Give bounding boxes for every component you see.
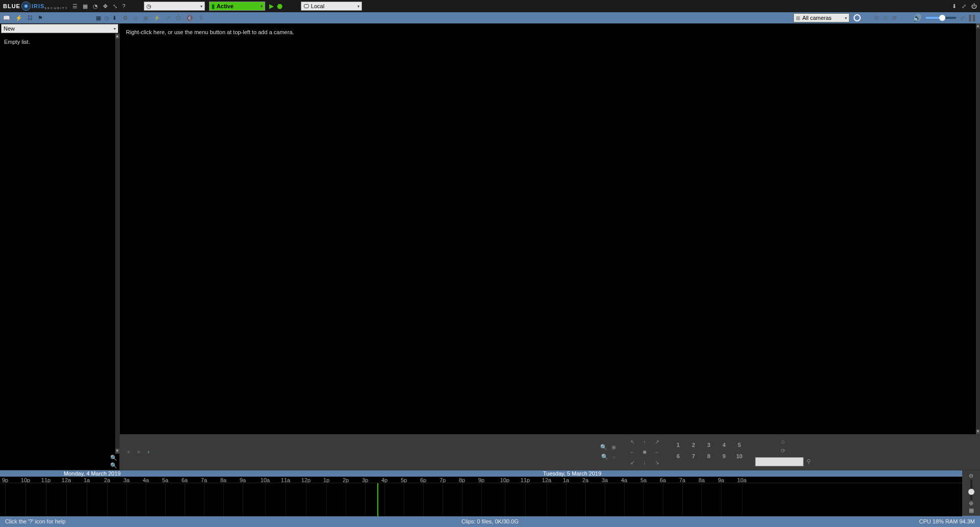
timeline-gridline xyxy=(87,483,87,516)
timeline-cursor[interactable] xyxy=(377,483,378,516)
shield-icon[interactable]: ⬣ xyxy=(277,3,282,10)
expand-icon[interactable]: ⤢ xyxy=(960,15,965,21)
ptz-preset-5[interactable]: 5 xyxy=(734,442,745,451)
zoom-in-icon[interactable]: 🔍 xyxy=(600,444,607,451)
mute-icon[interactable]: 🔇 xyxy=(186,15,193,21)
zoom-out-icon[interactable]: 🔍 xyxy=(601,454,608,460)
zoom-in-icon[interactable]: 🔍 xyxy=(110,455,117,461)
gear2-icon[interactable]: ⚙ xyxy=(874,15,879,21)
ptz-preset-6[interactable]: 6 xyxy=(673,453,684,462)
timeline-plus-icon[interactable]: ⊕ xyxy=(969,500,973,507)
pause-icon[interactable]: ▌▌ xyxy=(969,15,977,21)
refresh-preset-icon[interactable]: ⟳ xyxy=(755,447,811,454)
timeline-gridline xyxy=(423,483,424,516)
scroll-up-icon[interactable]: ▲ xyxy=(115,34,119,39)
ptz-preset-2[interactable]: 2 xyxy=(688,442,699,451)
refresh-icon[interactable]: ⟳ xyxy=(892,15,897,21)
target2-icon[interactable]: ◎ xyxy=(883,15,888,21)
gear-icon[interactable]: ⚙ xyxy=(123,15,128,21)
record-indicator-icon[interactable] xyxy=(854,14,861,21)
target-icon[interactable]: ◎ xyxy=(133,15,138,21)
eye-close-icon[interactable]: ○ xyxy=(612,454,616,460)
ptz-left-icon[interactable]: ← xyxy=(627,447,638,457)
bars-icon[interactable]: ☷ xyxy=(28,15,33,21)
clips-scrollbar[interactable]: ▲ ▼ xyxy=(115,34,119,454)
clips-list[interactable]: Empty list. ▲ ▼ xyxy=(0,34,119,454)
power-small-icon[interactable]: ⏻ xyxy=(175,15,181,21)
eye-open-icon[interactable]: ◉ xyxy=(611,444,616,451)
ptz-stop-icon[interactable]: ■ xyxy=(639,447,650,457)
fullscreen-icon[interactable]: ⤢ xyxy=(962,3,966,10)
clips-filter-select[interactable]: New ▾ xyxy=(1,24,118,33)
clock-small-icon[interactable]: ◷ xyxy=(104,15,109,21)
play-icon[interactable]: ▶ xyxy=(269,3,274,10)
ptz-right-icon[interactable]: → xyxy=(651,447,662,457)
timeline-gridline xyxy=(265,483,266,516)
timeline-minus-icon[interactable]: ⊖ xyxy=(969,472,973,479)
ptz-preset-3[interactable]: 3 xyxy=(703,442,714,451)
calendar-icon[interactable]: ▦ xyxy=(96,15,101,21)
move-icon[interactable]: ✥ xyxy=(103,3,108,10)
timeline-gridline xyxy=(404,483,404,516)
grid-icon: ⊞ xyxy=(796,15,800,21)
mic-icon[interactable]: 🎙 xyxy=(198,15,204,21)
ptz-preset-7[interactable]: 7 xyxy=(688,453,699,462)
bolt-small-icon[interactable]: ⚡ xyxy=(153,15,161,21)
popout-icon[interactable]: ↗ xyxy=(166,15,170,21)
ptz-up-left-icon[interactable]: ↖ xyxy=(627,437,638,446)
camera-view-area[interactable]: Right-click here, or use the menu button… xyxy=(120,23,980,434)
ptz-preset-4[interactable]: 4 xyxy=(718,442,730,451)
menu-list-icon[interactable]: ☰ xyxy=(72,3,78,10)
ptz-preset-10[interactable]: 10 xyxy=(734,453,745,462)
ptz-goto-input[interactable] xyxy=(755,457,804,466)
home-icon[interactable]: ⌂ xyxy=(755,438,811,444)
timeline-track[interactable] xyxy=(0,483,962,516)
scroll-down-icon[interactable]: ▼ xyxy=(976,429,980,434)
power-icon[interactable]: ⏻ xyxy=(971,3,977,9)
download-small-icon[interactable]: ⬇ xyxy=(112,15,117,21)
scroll-down-icon[interactable]: ▼ xyxy=(115,449,119,454)
ptz-up-icon[interactable]: ↑ xyxy=(639,437,650,446)
timeline-zoom-slider[interactable] xyxy=(970,480,972,500)
schedule-select[interactable]: ▮ Active ▾ xyxy=(209,2,265,11)
timeline-gridline xyxy=(481,483,482,516)
profile-select[interactable]: ◷ ▾ xyxy=(144,2,205,11)
ptz-down-left-icon[interactable]: ↙ xyxy=(627,458,638,467)
download-icon[interactable]: ⬇ xyxy=(952,3,957,10)
slider-thumb[interactable] xyxy=(968,489,974,495)
stats-icon[interactable]: ⤡ xyxy=(113,3,117,10)
ptz-down-right-icon[interactable]: ↘ xyxy=(651,458,662,467)
volume-thumb[interactable] xyxy=(939,15,945,21)
timeline-gridline xyxy=(547,483,547,516)
scroll-up-icon[interactable]: ▲ xyxy=(976,23,980,29)
zoom-out-icon[interactable]: 🔍 xyxy=(110,462,117,469)
camera-add-icon[interactable]: ▦ xyxy=(83,3,88,10)
ptz-preset-9[interactable]: 9 xyxy=(718,453,730,462)
viewer-scrollbar[interactable]: ▲ ▼ xyxy=(976,23,980,434)
bulb-icon[interactable]: ♀ xyxy=(146,449,150,456)
brightness-up-icon[interactable]: ☀ xyxy=(136,449,141,456)
ptz-zoom-controls: 🔍◉ 🔍○ xyxy=(600,444,616,460)
camera-group-value: All cameras xyxy=(802,15,831,21)
flag-icon[interactable]: ⚑ xyxy=(38,15,43,21)
ptz-brightness-controls: ☀ ☀ ♀ xyxy=(126,449,150,456)
bolt-icon[interactable]: ⚡ xyxy=(15,15,22,21)
server-select[interactable]: 🖵 Local ▾ xyxy=(301,2,362,11)
pin-icon[interactable]: ⚲ xyxy=(807,458,811,465)
timeline-calendar-icon[interactable]: ▦ xyxy=(969,507,974,514)
speaker-icon[interactable]: 🔊 xyxy=(913,14,921,22)
brightness-down-icon[interactable]: ☀ xyxy=(126,449,131,456)
ptz-down-icon[interactable]: ↓ xyxy=(639,458,650,467)
ptz-up-right-icon[interactable]: ↗ xyxy=(651,437,662,446)
clock-icon[interactable]: ◔ xyxy=(93,3,98,10)
timeline-gridline xyxy=(243,483,243,516)
ptz-preset-grid: 12345678910 xyxy=(673,442,745,462)
camera-group-select[interactable]: ⊞ All cameras ▾ xyxy=(793,13,849,22)
volume-slider[interactable] xyxy=(925,17,956,19)
timeline-main[interactable]: Monday, 4 March 2019 Tuesday, 5 March 20… xyxy=(0,470,962,516)
ptz-preset-1[interactable]: 1 xyxy=(673,442,684,451)
ptz-preset-8[interactable]: 8 xyxy=(703,453,714,462)
book-icon[interactable]: 📖 xyxy=(3,15,10,21)
camera-icon[interactable]: ▣ xyxy=(143,15,148,21)
help-icon[interactable]: ? xyxy=(122,3,125,9)
